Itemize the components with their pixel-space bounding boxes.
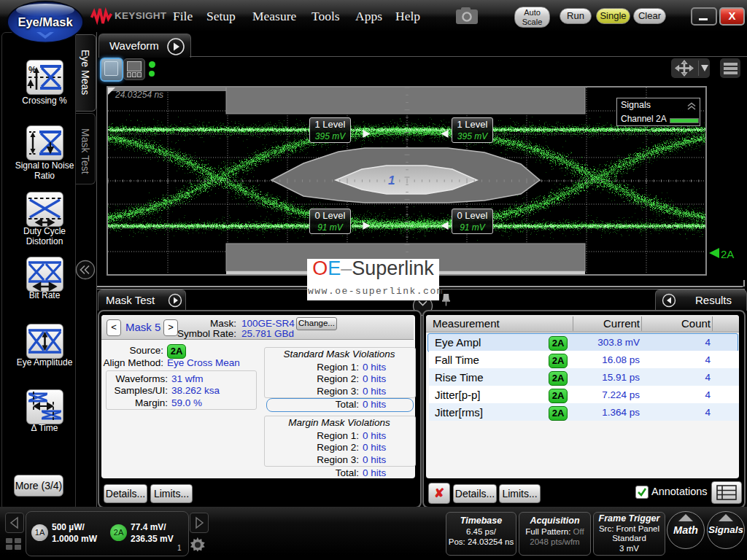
svg-text:Eye/Mask: Eye/Mask — [18, 15, 73, 28]
svg-text:1: 1 — [388, 174, 395, 187]
